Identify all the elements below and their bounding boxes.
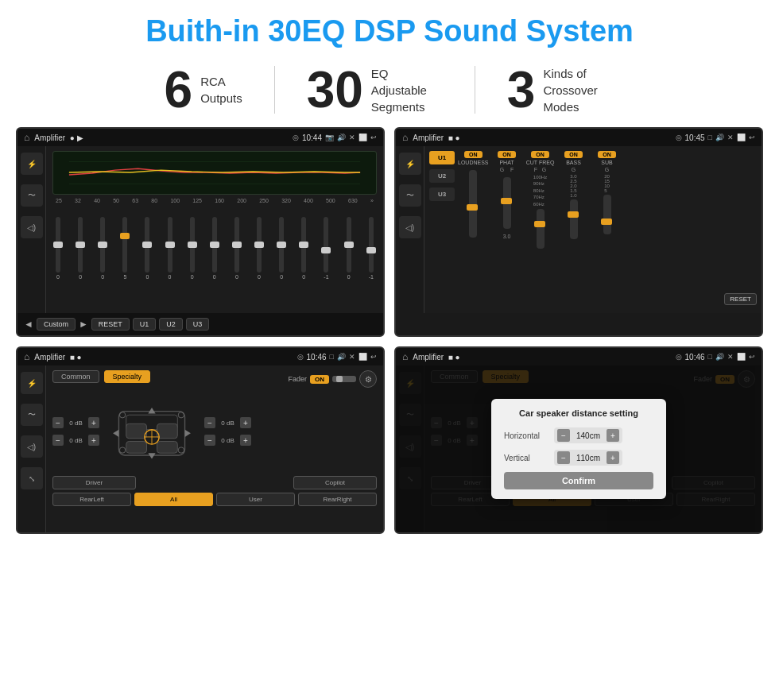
eq-slider-12[interactable]: -1 bbox=[324, 217, 328, 280]
eq-slider-7[interactable]: 0 bbox=[212, 217, 217, 280]
svg-rect-5 bbox=[126, 423, 147, 438]
eq-slider-5[interactable]: 0 bbox=[168, 217, 172, 280]
loc-icon4: ◎ bbox=[676, 353, 682, 361]
phat-toggle[interactable]: ON bbox=[498, 151, 516, 158]
db-plus-rr[interactable]: + bbox=[240, 435, 251, 446]
volume-icon: 🔊 bbox=[337, 133, 346, 141]
screen4-title: Amplifier ■ ● bbox=[413, 353, 670, 362]
eq-slider-1[interactable]: 0 bbox=[78, 217, 83, 280]
db-minus-fr[interactable]: − bbox=[204, 417, 215, 428]
amp-reset-btn[interactable]: RESET bbox=[724, 293, 757, 305]
tab-specialty[interactable]: Specialty bbox=[104, 370, 151, 383]
bass-slider[interactable] bbox=[570, 199, 578, 239]
db-plus-rl[interactable]: + bbox=[88, 435, 99, 446]
screen4-home-icon: ⌂ bbox=[402, 351, 408, 362]
screen3-main: Common Specialty Fader ON ⚙ bbox=[46, 365, 383, 532]
settings-icon[interactable]: ⚙ bbox=[359, 370, 377, 388]
eq-slider-6[interactable]: 0 bbox=[190, 217, 195, 280]
vertical-minus[interactable]: − bbox=[557, 451, 570, 464]
screen1-body: ⚡ 〜 ◁) bbox=[17, 146, 383, 313]
preset-u1[interactable]: U1 bbox=[429, 151, 455, 164]
prev-icon[interactable]: ◄ bbox=[24, 319, 33, 330]
u3-btn[interactable]: U3 bbox=[186, 318, 210, 331]
freq-160: 160 bbox=[215, 198, 224, 203]
screen1-status-icons: ◎ 10:44 📷 🔊 ✕ ⬜ ↩ bbox=[293, 133, 377, 142]
eq-slider-8[interactable]: 0 bbox=[234, 217, 239, 280]
reset-btn[interactable]: RESET bbox=[91, 318, 130, 331]
amp-spk-btn[interactable]: ◁) bbox=[399, 216, 421, 238]
amp-filter-btn[interactable]: ⚡ bbox=[399, 153, 421, 175]
eq-slider-9[interactable]: 0 bbox=[257, 217, 262, 280]
back-icon3: ↩ bbox=[370, 353, 377, 361]
cutfreq-control: ON CUT FREQ F G 100Hz90Hz80Hz70Hz60Hz bbox=[525, 151, 556, 308]
db-minus-rl[interactable]: − bbox=[52, 435, 64, 446]
spk-arrows-btn[interactable]: ⤡ bbox=[21, 467, 43, 489]
db-plus-fl[interactable]: + bbox=[88, 417, 99, 428]
preset-u3[interactable]: U3 bbox=[429, 188, 455, 201]
svg-marker-15 bbox=[185, 430, 191, 437]
confirm-button[interactable]: Confirm bbox=[504, 472, 653, 489]
next-icon[interactable]: ► bbox=[79, 319, 88, 330]
stat-rca-number: 6 bbox=[165, 64, 193, 115]
close-icon2: ✕ bbox=[727, 133, 734, 141]
spk-filter-btn[interactable]: ⚡ bbox=[21, 372, 43, 394]
fader-toggle[interactable]: ON bbox=[310, 375, 329, 384]
bass-toggle[interactable]: ON bbox=[564, 151, 583, 158]
all-btn[interactable]: All bbox=[134, 493, 213, 506]
driver-btn[interactable]: Driver bbox=[52, 476, 136, 489]
phat-control: ON PHAT G F 3.0 bbox=[492, 151, 522, 308]
vertical-plus[interactable]: + bbox=[607, 451, 619, 464]
window-icon: ⬜ bbox=[358, 133, 367, 141]
screen2-status-icons: ◎ 10:45 □ 🔊 ✕ ⬜ ↩ bbox=[676, 133, 755, 142]
db-plus-fr[interactable]: + bbox=[240, 417, 251, 428]
user-btn[interactable]: User bbox=[216, 493, 295, 506]
eq-slider-4[interactable]: 0 bbox=[145, 217, 149, 280]
db-minus-rr[interactable]: − bbox=[204, 435, 215, 446]
sub-slider[interactable] bbox=[603, 195, 611, 234]
eq-filter-btn[interactable]: ⚡ bbox=[21, 153, 43, 175]
eq-slider-0[interactable]: 0 bbox=[56, 217, 60, 280]
u2-btn[interactable]: U2 bbox=[159, 318, 183, 331]
eq-slider-13[interactable]: 0 bbox=[347, 217, 351, 280]
copilot-btn[interactable]: Copilot bbox=[293, 476, 377, 489]
tab-common[interactable]: Common bbox=[52, 370, 99, 383]
screen4-time: 10:46 bbox=[685, 353, 705, 362]
spk-vol-btn[interactable]: ◁) bbox=[21, 435, 43, 458]
rearright-btn[interactable]: RearRight bbox=[298, 493, 377, 506]
freq-80: 80 bbox=[151, 198, 157, 203]
amp-wave-btn[interactable]: 〜 bbox=[399, 184, 421, 207]
loudness-toggle[interactable]: ON bbox=[464, 151, 483, 158]
db-minus-fl[interactable]: − bbox=[52, 417, 64, 428]
screen1-bottom-bar: ◄ Custom ► RESET U1 U2 U3 bbox=[17, 313, 383, 335]
cutfreq-toggle[interactable]: ON bbox=[531, 151, 549, 158]
horizontal-minus[interactable]: − bbox=[557, 429, 570, 442]
custom-btn[interactable]: Custom bbox=[37, 318, 76, 331]
u1-btn[interactable]: U1 bbox=[133, 318, 157, 331]
eq-wave-btn[interactable]: 〜 bbox=[21, 184, 43, 207]
sub-control: ON SUB G 2015105 bbox=[592, 151, 622, 308]
cutfreq-slider[interactable] bbox=[537, 209, 545, 249]
eq-slider-11[interactable]: 0 bbox=[301, 217, 306, 280]
eq-slider-3[interactable]: 5 bbox=[122, 217, 127, 280]
horizontal-plus[interactable]: + bbox=[607, 429, 619, 442]
right-db-controls: − 0 dB + − 0 dB + bbox=[204, 417, 251, 446]
loudness-slider[interactable] bbox=[469, 170, 477, 238]
rearleft-btn[interactable]: RearLeft bbox=[52, 493, 131, 506]
eq-slider-14[interactable]: -1 bbox=[369, 217, 374, 280]
sub-toggle[interactable]: ON bbox=[598, 151, 616, 158]
svg-point-16 bbox=[119, 412, 125, 418]
preset-u2[interactable]: U2 bbox=[429, 169, 455, 183]
stat-rca-label: RCAOutputs bbox=[200, 73, 242, 106]
eq-slider-10[interactable]: 0 bbox=[279, 217, 284, 280]
db-val-rr: 0 dB bbox=[218, 437, 238, 444]
screen1-home-icon: ⌂ bbox=[24, 132, 29, 143]
eq-speaker-btn[interactable]: ◁) bbox=[21, 216, 43, 238]
back-icon: ↩ bbox=[370, 133, 377, 141]
screen2-side: ⚡ 〜 ◁) bbox=[396, 146, 424, 313]
phat-slider[interactable] bbox=[503, 177, 511, 229]
screen1-title: Amplifier ● ▶ bbox=[34, 133, 288, 142]
spk-wave-btn[interactable]: 〜 bbox=[21, 404, 43, 426]
spacer bbox=[139, 476, 290, 489]
screen4-status-icons: ◎ 10:46 □ 🔊 ✕ ⬜ ↩ bbox=[676, 353, 755, 362]
eq-slider-2[interactable]: 0 bbox=[100, 217, 105, 280]
